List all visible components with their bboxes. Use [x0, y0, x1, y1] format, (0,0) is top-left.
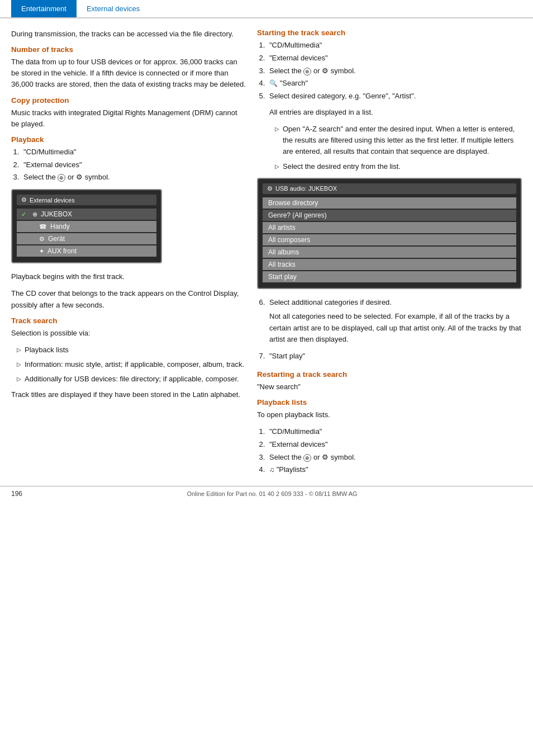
- starting-search-steps: "CD/Multimedia" "External devices" Selec…: [267, 40, 522, 102]
- pl-step-2: "External devices": [267, 439, 522, 451]
- pl-step-1: "CD/Multimedia": [267, 426, 522, 438]
- track-search-intro: Selection is possible via:: [11, 328, 246, 339]
- track-search-footer-note: Track titles are displayed if they have …: [11, 389, 246, 400]
- starting-step-4: 🔍 "Search": [267, 78, 522, 89]
- starting-search-steps-continued: Select additional categories if desired.…: [267, 297, 522, 362]
- pl-step-4: ♫ "Playlists": [267, 464, 522, 476]
- content-wrapper: During transmission, the tracks can be a…: [0, 18, 533, 486]
- usb-menu-all-tracks: All tracks: [263, 259, 516, 270]
- playback-lists-steps: "CD/Multimedia" "External devices" Selec…: [267, 426, 522, 476]
- starting-step-3: Select the ⊕ or ⚙ symbol.: [267, 65, 522, 77]
- starting-search-subbullets: Open "A-Z search" and enter the desired …: [269, 124, 522, 172]
- restarting-body: "New search": [257, 381, 522, 393]
- usb-menu-all-artists: All artists: [263, 222, 516, 233]
- footer: 196 Online Edition for Part no. 01 40 2 …: [0, 486, 533, 501]
- az-search-bullet: Open "A-Z search" and enter the desired …: [269, 124, 522, 157]
- section-heading-restarting: Restarting a track search: [257, 370, 522, 379]
- device-menu-gerat: ⚙ Gerät: [17, 233, 156, 244]
- footer-page-number: 196: [11, 490, 22, 498]
- device-img-title: ⚙ External devices: [17, 195, 156, 205]
- usb-img-title: ⚙ USB audio: JUKEBOX: [263, 183, 516, 194]
- pl-step-3: Select the ⊕ or ⚙ symbol.: [267, 452, 522, 464]
- usb-img-gear-icon: ⚙: [267, 185, 273, 192]
- section-heading-track-search: Track search: [11, 316, 246, 325]
- gear-icon-right: ⚙: [322, 65, 329, 77]
- gear-icon-left: ⚙: [76, 172, 83, 183]
- playback-step-2: "External devices": [21, 159, 246, 171]
- device-menu-jukebox: ✓ ⊕ JUKEBOX: [17, 209, 156, 220]
- aux-icon: ✦: [39, 248, 44, 255]
- starting-step-1: "CD/Multimedia": [267, 40, 522, 51]
- usb-menu-start-play: Start play: [263, 271, 516, 282]
- usb-menu-all-composers: All composers: [263, 234, 516, 245]
- device-img-gear-icon: ⚙: [21, 196, 27, 204]
- section-heading-playback: Playback: [11, 135, 246, 144]
- starting-step-6: Select additional categories if desired.…: [267, 297, 522, 345]
- usb-menu-all-albums: All albums: [263, 247, 516, 258]
- playback-step-1: "CD/Multimedia": [21, 147, 246, 158]
- all-entries-block: All entries are displayed in a list. Ope…: [257, 107, 522, 172]
- device-menu-aux: ✦ AUX front: [17, 245, 156, 257]
- gerat-gear-icon: ⚙: [39, 235, 45, 243]
- usb-audio-screenshot: ⚙ USB audio: JUKEBOX Browse directory Ge…: [257, 178, 522, 289]
- playlist-icon-inline: ♫: [269, 466, 274, 474]
- usb-sym-icon: ⊕: [32, 211, 37, 218]
- usb-icon-left: ⊕: [58, 174, 65, 182]
- playback-steps: "CD/Multimedia" "External devices" Selec…: [21, 147, 246, 183]
- intro-text: During transmission, the tracks can be a…: [11, 29, 246, 40]
- track-search-bullet-1: Playback lists: [11, 344, 246, 356]
- section-heading-playback-lists: Playback lists: [257, 398, 522, 407]
- search-icon-inline: 🔍: [269, 79, 278, 87]
- playback-step-3: Select the ⊕ or ⚙ symbol.: [21, 172, 246, 183]
- starting-step-6-note: Not all categories need to be selected. …: [269, 311, 522, 344]
- section-heading-starting-search: Starting the track search: [257, 29, 522, 37]
- all-entries-note: All entries are displayed in a list.: [269, 107, 522, 118]
- usb-icon-right: ⊕: [303, 68, 311, 75]
- starting-step-7: "Start play": [267, 351, 522, 362]
- header-tabs: Entertainment External devices: [0, 0, 533, 18]
- track-search-bullets: Playback lists Information: music style,…: [11, 344, 246, 385]
- external-devices-screenshot: ⚙ External devices ✓ ⊕ JUKEBOX ☎ Handy ⚙…: [11, 189, 162, 263]
- usb-icon-pl: ⊕: [303, 454, 311, 462]
- checkmark-icon: ✓: [21, 211, 26, 218]
- tab-entertainment[interactable]: Entertainment: [11, 0, 77, 17]
- tab-external-devices[interactable]: External devices: [77, 0, 150, 17]
- footer-copyright: Online Edition for Part no. 01 40 2 609 …: [22, 490, 522, 497]
- usb-menu-browse: Browse directory: [263, 197, 516, 209]
- usb-menu-genre: Genre? (All genres): [263, 210, 516, 221]
- starting-step-5: Select desired category, e.g. "Genre", "…: [267, 91, 522, 102]
- playback-after-img2: The CD cover that belongs to the track a…: [11, 288, 246, 310]
- track-search-bullet-2: Information: music style, artist; if app…: [11, 359, 246, 370]
- playback-after-img1: Playback begins with the first track.: [11, 271, 246, 282]
- section-heading-number-of-tracks: Number of tracks: [11, 45, 246, 54]
- number-of-tracks-body: The data from up to four USB devices or …: [11, 56, 246, 90]
- device-menu-handy: ☎ Handy: [17, 221, 156, 232]
- gear-icon-pl: ⚙: [322, 452, 329, 464]
- copy-protection-body: Music tracks with integrated Digital Rig…: [11, 107, 246, 130]
- section-heading-copy-protection: Copy protection: [11, 96, 246, 105]
- desired-entry-bullet: Select the desired entry from the list.: [269, 161, 522, 172]
- phone-icon: ☎: [39, 223, 47, 230]
- track-search-bullet-3: Additionally for USB devices: file direc…: [11, 374, 246, 385]
- starting-step-2: "External devices": [267, 53, 522, 64]
- right-column: Starting the track search "CD/Multimedia…: [257, 29, 522, 480]
- left-column: During transmission, the tracks can be a…: [11, 29, 246, 480]
- playback-lists-intro: To open playback lists.: [257, 409, 522, 420]
